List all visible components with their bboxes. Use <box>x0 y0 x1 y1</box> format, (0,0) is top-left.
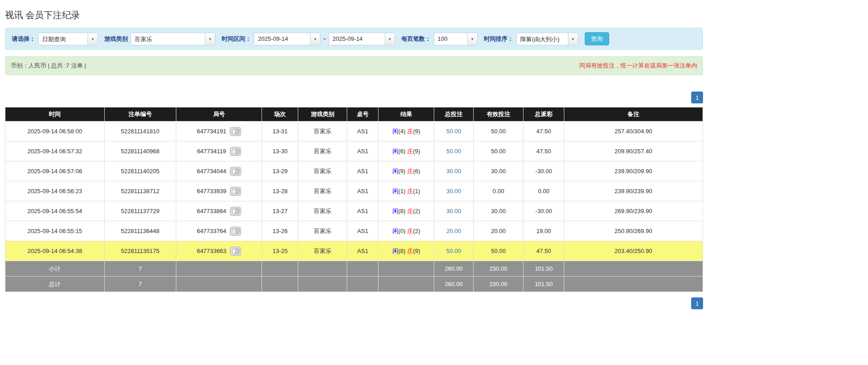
round-id: 647734119 <box>197 148 226 155</box>
total-count-cell: 7 <box>104 277 176 292</box>
round-id: 647733864 <box>197 208 226 214</box>
table-no-cell: AS1 <box>347 241 378 261</box>
chevron-down-icon[interactable]: ▾ <box>467 33 477 45</box>
page-size-select[interactable]: 100 ▾ <box>434 33 478 45</box>
table-no-cell: AS1 <box>347 221 378 241</box>
time-sort-select[interactable]: 降冪(由大到小) ▾ <box>516 33 578 45</box>
col-header-total-bet: 总投注 <box>434 107 473 122</box>
round-cell: 647734191 <box>176 122 262 141</box>
result-player-score: (8) <box>398 248 406 254</box>
round-replay-icon[interactable] <box>230 187 241 196</box>
date-to-value: 2025-09-14 <box>329 33 385 45</box>
remark-cell: 209.90/257.40 <box>564 141 703 161</box>
remark-cell: 239.90/239.90 <box>564 181 703 201</box>
round-id: 647733939 <box>197 188 226 195</box>
payout-cell: 47.50 <box>524 241 564 261</box>
game-type-label: 游戏类别 <box>104 35 128 43</box>
payout-cell: -30.00 <box>524 161 564 181</box>
valid-bet-cell: 50.00 <box>473 241 524 261</box>
result-player-score: (0) <box>398 228 406 234</box>
remark-cell: 257.40/304.90 <box>564 122 703 141</box>
col-header-game-type: 游戏类别 <box>298 107 347 122</box>
round-replay-icon[interactable] <box>230 147 241 156</box>
total-bet-cell: 50.00 <box>434 141 473 161</box>
game-type-cell: 百家乐 <box>298 122 347 141</box>
round-replay-icon[interactable] <box>230 207 241 216</box>
game-type-select[interactable]: 百家乐 ▾ <box>131 33 215 45</box>
table-row: 2025-09-14 06:55:15 522811136448 6477337… <box>5 221 703 241</box>
table-footer: 小计 7 260.00 230.00 101.50 总计 7 <box>5 261 703 292</box>
chevron-down-icon[interactable]: ▾ <box>205 33 215 45</box>
total-bet-link[interactable]: 50.00 <box>446 148 461 155</box>
date-to-select[interactable]: 2025-09-14 ▾ <box>329 33 395 45</box>
round-replay-icon[interactable] <box>230 227 241 236</box>
query-type-value: 日期查询 <box>39 33 87 45</box>
valid-bet-cell: 50.00 <box>473 141 524 161</box>
result-banker-score: (2) <box>413 228 420 234</box>
session-cell: 13-25 <box>262 241 298 261</box>
result-banker-label: 庄 <box>407 188 413 195</box>
result-player-label: 闲 <box>393 208 398 214</box>
round-cell: 647733939 <box>176 181 262 201</box>
round-replay-icon[interactable] <box>230 247 241 256</box>
page-button-1[interactable]: 1 <box>691 297 703 309</box>
subtotal-total-bet-cell: 260.00 <box>434 261 473 277</box>
total-total-bet-cell: 260.00 <box>434 277 473 292</box>
round-id: 647733663 <box>197 248 226 254</box>
result-banker-label: 庄 <box>407 208 413 214</box>
total-bet-link[interactable]: 30.00 <box>446 168 461 175</box>
table-row: 2025-09-14 06:58:00 522811141810 6477341… <box>5 122 703 141</box>
total-bet-cell: 50.00 <box>434 122 473 141</box>
subtotal-count-cell: 7 <box>104 261 176 277</box>
total-label-cell: 总计 <box>5 277 105 292</box>
session-cell: 13-30 <box>262 141 298 161</box>
total-bet-link[interactable]: 30.00 <box>446 208 461 214</box>
bet-id-cell: 522811141810 <box>104 122 176 141</box>
total-bet-link[interactable]: 20.00 <box>446 228 461 234</box>
date-range-label: 时间区间： <box>222 35 251 43</box>
page-button-1[interactable]: 1 <box>691 92 703 103</box>
time-cell: 2025-09-14 06:57:32 <box>5 141 105 161</box>
date-from-select[interactable]: 2025-09-14 ▾ <box>254 33 320 45</box>
result-player-label: 闲 <box>393 128 398 135</box>
query-type-select[interactable]: 日期查询 ▾ <box>38 33 98 45</box>
time-sort-value: 降冪(由大到小) <box>517 33 568 45</box>
col-header-table-no: 桌号 <box>347 107 378 122</box>
round-replay-icon[interactable] <box>230 127 241 136</box>
bet-id-cell: 522811136448 <box>104 221 176 241</box>
remark-cell: 269.90/239.90 <box>564 201 703 221</box>
result-banker-score: (1) <box>413 188 420 195</box>
result-banker-label: 庄 <box>407 148 413 155</box>
table-no-cell: AS1 <box>347 181 378 201</box>
remark-cell: 250.90/269.90 <box>564 221 703 241</box>
game-type-cell: 百家乐 <box>298 221 347 241</box>
game-type-cell: 百家乐 <box>298 141 347 161</box>
round-cell: 647733764 <box>176 221 262 241</box>
filter-bar: 请选择： 日期查询 ▾ 游戏类别 百家乐 ▾ 时间区间： 2025-09-14 … <box>5 28 703 50</box>
round-replay-icon[interactable] <box>230 167 241 176</box>
total-bet-link[interactable]: 30.00 <box>446 188 461 195</box>
chevron-down-icon[interactable]: ▾ <box>310 33 320 45</box>
table-row: 2025-09-14 06:55:54 522811137729 6477338… <box>5 201 703 221</box>
subtotal-row: 小计 7 260.00 230.00 101.50 <box>5 261 703 277</box>
session-cell: 13-26 <box>262 221 298 241</box>
col-header-remark: 备注 <box>564 107 703 122</box>
chevron-down-icon[interactable]: ▾ <box>385 33 395 45</box>
result-banker-label: 庄 <box>407 248 413 254</box>
page-title: 视讯 会员下注纪录 <box>5 9 703 21</box>
bet-records-table: 时间 注单编号 局号 场次 游戏类别 桌号 结果 总投注 有效投注 总派彩 备注… <box>5 107 703 292</box>
valid-bet-cell: 30.00 <box>473 201 524 221</box>
total-bet-link[interactable]: 50.00 <box>446 248 461 254</box>
query-button[interactable]: 查询 <box>585 32 609 45</box>
chevron-down-icon[interactable]: ▾ <box>87 33 97 45</box>
page-size-label: 每页笔数： <box>402 35 431 43</box>
table-header: 时间 注单编号 局号 场次 游戏类别 桌号 结果 总投注 有效投注 总派彩 备注 <box>5 107 703 122</box>
result-player-label: 闲 <box>393 248 398 254</box>
chevron-down-icon[interactable]: ▾ <box>568 33 578 45</box>
total-bet-cell: 30.00 <box>434 181 473 201</box>
valid-bet-cell: 20.00 <box>473 221 524 241</box>
total-bet-link[interactable]: 50.00 <box>446 128 461 135</box>
col-header-result: 结果 <box>378 107 434 122</box>
subtotal-payout-cell: 101.50 <box>524 261 564 277</box>
result-cell: 闲(9) 庄(6) <box>378 161 434 181</box>
